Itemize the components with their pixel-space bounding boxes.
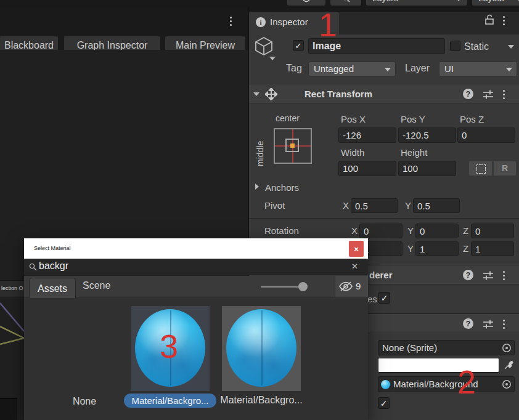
hidden-packages-toggle[interactable]: 9 xyxy=(335,276,368,297)
static-checkbox[interactable] xyxy=(450,41,460,51)
gameobject-cube-icon xyxy=(254,36,274,57)
static-label: Static xyxy=(464,41,489,52)
chevron-down-icon xyxy=(516,0,519,1)
pos-y-field[interactable]: -120.5 xyxy=(398,127,456,143)
rotation-y-axis-label: Y xyxy=(407,225,414,236)
asset-item-label: None xyxy=(73,396,96,406)
help-icon[interactable]: ? xyxy=(463,270,473,280)
color-swatch[interactable] xyxy=(378,358,499,373)
object-picker-icon[interactable] xyxy=(502,379,512,389)
close-icon: × xyxy=(354,244,359,254)
scale-z-field[interactable]: 1 xyxy=(471,241,514,256)
raycast-target-checkbox[interactable]: ✓ xyxy=(378,397,390,409)
canvas-renderer-property-fragment: es xyxy=(367,294,377,304)
pos-y-value: -120.5 xyxy=(403,130,429,140)
tag-value: Untagged xyxy=(314,63,354,74)
layout-dropdown[interactable]: Layout xyxy=(472,0,519,6)
presets-icon[interactable] xyxy=(483,270,494,280)
rotation-label: Rotation xyxy=(264,225,299,236)
tab-assets-label: Assets xyxy=(38,283,67,294)
check-icon: ✓ xyxy=(381,293,388,303)
eyedropper-icon[interactable] xyxy=(503,360,514,371)
collab-history-button[interactable] xyxy=(287,0,325,6)
gameobject-options-caret-icon[interactable] xyxy=(269,57,276,60)
pivot-x-field[interactable]: 0.5 xyxy=(351,198,398,213)
search-clear-icon[interactable]: ✕ xyxy=(351,262,358,271)
chevron-down-icon xyxy=(506,68,512,71)
cull-transparent-mesh-checkbox[interactable]: ✓ xyxy=(378,292,390,304)
rotation-y-field[interactable]: 0 xyxy=(415,224,459,238)
raw-edit-label: R xyxy=(502,163,508,173)
rotation-x-axis-label: X xyxy=(351,225,358,236)
scale-y-field[interactable]: 1 xyxy=(415,241,459,256)
dialog-search-bar[interactable]: backgr ✕ xyxy=(24,259,368,275)
static-flags-caret-icon[interactable] xyxy=(508,45,514,49)
graph-panel-menu-icon[interactable] xyxy=(230,17,232,26)
presets-icon[interactable] xyxy=(483,89,494,99)
inspector-menu-icon[interactable] xyxy=(503,16,505,25)
material-preview-sphere xyxy=(226,309,296,387)
width-field[interactable]: 100 xyxy=(338,161,396,176)
rect-transform-icon xyxy=(265,88,277,100)
asset-item-none[interactable]: None xyxy=(54,394,115,409)
anchors-foldout-icon[interactable] xyxy=(255,184,259,190)
component-menu-icon[interactable] xyxy=(503,320,505,329)
chevron-down-icon xyxy=(456,0,462,1)
layer-dropdown[interactable]: UI xyxy=(439,62,517,76)
component-menu-icon[interactable] xyxy=(503,90,505,99)
height-field[interactable]: 100 xyxy=(398,161,456,176)
rect-transform-header[interactable]: Rect Transform ? xyxy=(249,84,519,103)
anchor-horizontal-label: center xyxy=(276,113,300,123)
anchor-preset-widget[interactable] xyxy=(274,128,312,164)
component-menu-icon[interactable] xyxy=(503,271,505,280)
dialog-close-button[interactable]: × xyxy=(349,241,364,257)
pos-x-value: -126 xyxy=(343,130,361,140)
pivot-x-axis-label: X xyxy=(343,200,349,211)
pos-z-field[interactable]: 0 xyxy=(457,127,515,143)
scale-y-value: 1 xyxy=(420,244,425,254)
pos-x-field[interactable]: -126 xyxy=(338,127,396,143)
dialog-search-input[interactable]: backgr xyxy=(39,260,68,272)
tag-dropdown[interactable]: Untagged xyxy=(308,62,396,76)
rect-transform-title: Rect Transform xyxy=(304,89,372,99)
unity-editor-window: Layers Layout Blackboard Graph Inspector… xyxy=(0,0,519,420)
dialog-titlebar[interactable]: Select Material × xyxy=(24,238,368,259)
thumbnail-size-slider-thumb[interactable] xyxy=(298,282,308,291)
help-icon[interactable]: ? xyxy=(463,89,473,99)
help-icon[interactable]: ? xyxy=(463,318,473,329)
pivot-x-value: 0.5 xyxy=(355,201,368,211)
search-toolbar-button[interactable] xyxy=(330,0,361,6)
tab-blackboard-label: Blackboard xyxy=(4,40,54,51)
material-field[interactable]: Material/Background xyxy=(378,376,515,392)
pivot-y-field[interactable]: 0.5 xyxy=(413,198,460,213)
presets-icon[interactable] xyxy=(483,319,494,329)
foldout-open-icon[interactable] xyxy=(253,92,260,96)
pos-z-label: Pos Z xyxy=(460,114,484,124)
asset-item-label: Material/Backgro... xyxy=(220,395,302,405)
height-label: Height xyxy=(401,147,427,158)
raw-edit-mode-button[interactable]: R xyxy=(493,161,517,176)
asset-item-material-1-label[interactable]: Material/Backgro... xyxy=(124,394,216,408)
pos-x-label: Pos X xyxy=(341,114,366,124)
scale-y-axis-label: Y xyxy=(407,243,414,254)
rotation-x-value: 0 xyxy=(364,226,369,236)
pivot-y-value: 0.5 xyxy=(417,201,430,211)
object-picker-icon[interactable] xyxy=(502,343,512,353)
tab-scene[interactable]: Scene xyxy=(83,280,110,291)
dialog-asset-grid: None Material/Backgro... Material/Backgr… xyxy=(24,298,368,420)
source-image-field[interactable]: None (Sprite) xyxy=(378,340,515,355)
rotation-x-field[interactable]: 0 xyxy=(359,224,403,238)
pos-y-label: Pos Y xyxy=(401,114,425,124)
rotation-z-field[interactable]: 0 xyxy=(471,224,514,238)
check-icon: ✓ xyxy=(295,41,302,50)
asset-item-material-2-label[interactable]: Material/Backgro... xyxy=(215,395,308,408)
layer-value: UI xyxy=(444,63,454,74)
layers-dropdown[interactable]: Layers xyxy=(366,0,467,6)
canvas-renderer-title-fragment: derer xyxy=(369,270,393,280)
blueprint-mode-button[interactable] xyxy=(468,161,492,176)
asset-item-material-2[interactable] xyxy=(222,306,301,391)
unlock-icon[interactable] xyxy=(484,14,494,25)
anchors-label[interactable]: Anchors xyxy=(265,182,299,193)
tab-assets[interactable]: Assets xyxy=(29,278,76,299)
gameobject-active-checkbox[interactable]: ✓ xyxy=(293,40,304,51)
